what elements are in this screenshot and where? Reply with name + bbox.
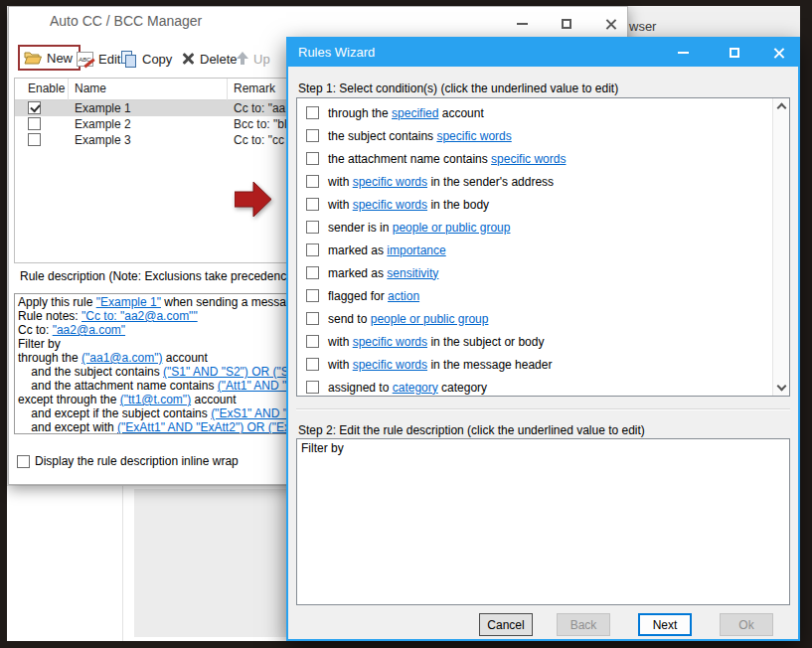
new-button[interactable]: New bbox=[18, 45, 81, 71]
condition-item[interactable]: with specific words in the body bbox=[297, 193, 789, 216]
new-folder-icon bbox=[24, 51, 42, 65]
copy-button-label: Copy bbox=[142, 52, 172, 67]
column-divider bbox=[227, 79, 228, 100]
inline-link[interactable]: specified bbox=[392, 106, 438, 120]
maximize-icon bbox=[730, 48, 739, 58]
back-button[interactable]: Back bbox=[557, 613, 610, 636]
condition-checkbox[interactable] bbox=[306, 221, 319, 234]
condition-checkbox[interactable] bbox=[306, 129, 319, 142]
enable-checkbox[interactable] bbox=[28, 101, 41, 114]
enable-checkbox[interactable] bbox=[28, 133, 41, 146]
wizard-close-button[interactable] bbox=[767, 44, 789, 62]
next-button[interactable]: Next bbox=[638, 613, 692, 636]
cancel-button[interactable]: Cancel bbox=[479, 613, 533, 636]
condition-text: through the specified account bbox=[328, 106, 484, 120]
inline-link[interactable]: people or public group bbox=[371, 312, 489, 326]
condition-item[interactable]: the attachment name contains specific wo… bbox=[297, 147, 789, 170]
condition-item[interactable]: assigned to category category bbox=[297, 376, 789, 397]
ok-button[interactable]: Ok bbox=[720, 613, 773, 636]
condition-text: flagged for action bbox=[328, 289, 419, 303]
minimize-icon bbox=[517, 23, 528, 25]
inline-link[interactable]: specific words bbox=[353, 335, 427, 349]
edit-button-label: Edit bbox=[98, 52, 120, 67]
rule-remark: Cc to: "aa bbox=[234, 101, 285, 115]
inline-link[interactable]: specific words bbox=[436, 129, 511, 143]
delete-button-label: Delete bbox=[200, 52, 238, 67]
condition-checkbox[interactable] bbox=[306, 289, 319, 302]
condition-checkbox[interactable] bbox=[306, 106, 319, 119]
manager-maximize-button[interactable] bbox=[556, 15, 577, 33]
condition-checkbox[interactable] bbox=[306, 266, 319, 279]
edit-button[interactable]: ABC Edit bbox=[77, 48, 120, 70]
section-separator bbox=[296, 408, 790, 410]
move-up-button[interactable]: Up bbox=[237, 48, 270, 70]
inline-wrap-checkbox-row[interactable]: Display the rule description inline wrap bbox=[17, 454, 239, 468]
inline-link[interactable]: ("ExAtt1" AND "ExAtt2") OR ("ExA bbox=[117, 420, 298, 434]
inline-link[interactable]: action bbox=[388, 289, 419, 303]
condition-checkbox[interactable] bbox=[306, 175, 319, 188]
condition-item[interactable]: with specific words in the subject or bo… bbox=[297, 330, 789, 353]
inline-link[interactable]: "Example 1" bbox=[96, 295, 161, 309]
delete-button[interactable]: Delete bbox=[181, 48, 238, 70]
scroll-up-icon[interactable] bbox=[777, 103, 787, 113]
condition-checkbox[interactable] bbox=[306, 243, 319, 256]
condition-text: with specific words in the sender's addr… bbox=[328, 175, 554, 189]
inline-link[interactable]: category bbox=[393, 381, 438, 395]
condition-item[interactable]: the subject contains specific words bbox=[297, 124, 789, 147]
condition-item[interactable]: with specific words in the sender's addr… bbox=[297, 170, 789, 193]
inline-link[interactable]: ("S1" AND "S2") OR ("S3" bbox=[163, 365, 300, 379]
rules-wizard-window: Rules Wizard Step 1: Select condition(s)… bbox=[286, 37, 800, 641]
wizard-title: Rules Wizard bbox=[298, 45, 375, 60]
background-partial-text: wser bbox=[629, 19, 656, 34]
conditions-list: through the specified account the subjec… bbox=[296, 97, 790, 397]
condition-item[interactable]: send to people or public group bbox=[297, 307, 789, 330]
inline-link[interactable]: ("tt1@t.com") bbox=[120, 393, 191, 406]
red-arrow-annotation bbox=[235, 181, 272, 218]
condition-checkbox[interactable] bbox=[306, 152, 319, 165]
condition-item[interactable]: sender is in people or public group bbox=[297, 216, 789, 239]
scroll-down-icon[interactable] bbox=[777, 382, 787, 392]
condition-checkbox[interactable] bbox=[306, 381, 319, 394]
condition-checkbox[interactable] bbox=[306, 335, 319, 348]
condition-text: with specific words in the message heade… bbox=[328, 358, 552, 372]
enable-checkbox[interactable] bbox=[28, 117, 41, 130]
condition-text: assigned to category category bbox=[328, 381, 487, 395]
condition-item[interactable]: marked as importance bbox=[297, 239, 789, 261]
inline-link[interactable]: "Cc to: "aa2@a.com"" bbox=[81, 309, 198, 323]
rule-description-edit-box[interactable]: Filter by bbox=[296, 438, 790, 605]
rule-name: Example 2 bbox=[75, 117, 131, 131]
copy-button[interactable]: Copy bbox=[121, 48, 172, 70]
wizard-minimize-button[interactable] bbox=[672, 44, 694, 62]
step2-description-text: Filter by bbox=[301, 441, 344, 455]
manager-window-title: Auto CC / BCC Manager bbox=[50, 13, 202, 29]
condition-checkbox[interactable] bbox=[306, 358, 319, 371]
wizard-maximize-button[interactable] bbox=[724, 44, 745, 62]
inline-link[interactable]: sensitivity bbox=[387, 266, 438, 280]
condition-item[interactable]: marked as sensitivity bbox=[297, 261, 789, 284]
manager-minimize-button[interactable] bbox=[511, 15, 533, 33]
step1-label: Step 1: Select condition(s) (click the u… bbox=[298, 81, 618, 95]
inline-link[interactable]: ("aa1@a.com") bbox=[81, 351, 162, 365]
condition-item[interactable]: flagged for action bbox=[297, 284, 789, 307]
edit-icon: ABC bbox=[77, 52, 93, 67]
inline-link[interactable]: people or public group bbox=[393, 221, 511, 235]
inline-link[interactable]: "aa2@a.com" bbox=[53, 323, 125, 337]
up-button-label: Up bbox=[253, 52, 270, 67]
manager-close-button[interactable] bbox=[599, 15, 621, 33]
background-divider-line bbox=[122, 485, 123, 641]
inline-link[interactable]: importance bbox=[387, 243, 445, 257]
condition-item[interactable]: with specific words in the message heade… bbox=[297, 353, 789, 376]
condition-text: the attachment name contains specific wo… bbox=[328, 152, 566, 166]
condition-checkbox[interactable] bbox=[306, 198, 319, 211]
condition-checkbox[interactable] bbox=[306, 312, 319, 325]
inline-link[interactable]: specific words bbox=[491, 152, 566, 166]
inline-wrap-checkbox[interactable] bbox=[17, 455, 30, 468]
inline-link[interactable]: specific words bbox=[353, 358, 427, 372]
condition-item[interactable]: through the specified account bbox=[297, 101, 789, 124]
inline-link[interactable]: specific words bbox=[353, 198, 427, 212]
inline-link[interactable]: specific words bbox=[353, 175, 427, 189]
condition-text: marked as sensitivity bbox=[328, 266, 438, 280]
condition-text: send to people or public group bbox=[328, 312, 488, 326]
conditions-scrollbar[interactable] bbox=[772, 98, 789, 396]
delete-x-icon bbox=[181, 52, 195, 66]
